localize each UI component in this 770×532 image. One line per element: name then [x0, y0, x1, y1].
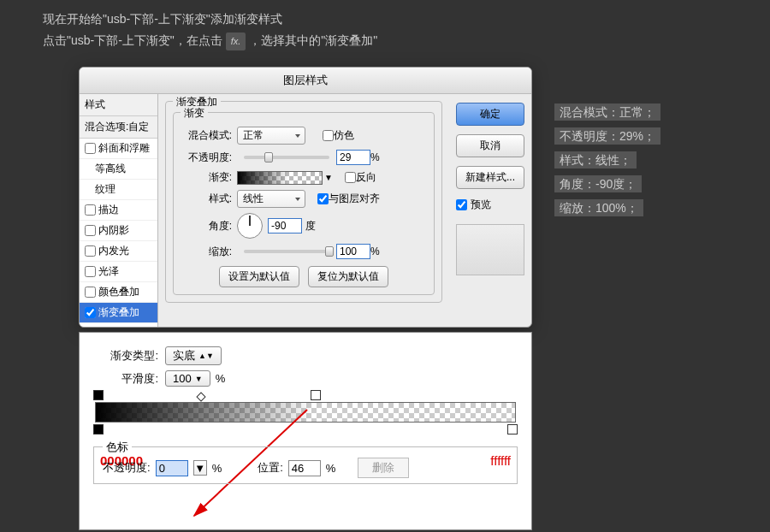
satin-checkbox[interactable]	[85, 266, 96, 277]
gradient-label: 渐变:	[181, 170, 232, 185]
style-item-innershadow[interactable]: 内阴影	[80, 221, 157, 241]
summary-style: 样式：线性；	[554, 151, 637, 168]
opacity-slider[interactable]	[244, 156, 329, 159]
preview-checkbox[interactable]	[456, 199, 467, 210]
new-style-button[interactable]: 新建样式...	[456, 166, 524, 189]
align-checkbox[interactable]	[317, 193, 329, 204]
style-item-contour[interactable]: 等高线	[80, 159, 157, 180]
inner-title: 渐变	[181, 106, 208, 121]
style-item-innerglow[interactable]: 内发光	[80, 241, 157, 262]
summary-blend: 混合模式：正常；	[554, 103, 660, 121]
scale-input[interactable]: 100	[336, 244, 370, 259]
stroke-checkbox[interactable]	[85, 204, 96, 216]
innerglow-checkbox[interactable]	[85, 245, 96, 257]
bevel-checkbox[interactable]	[85, 143, 96, 154]
gradient-track[interactable]	[95, 402, 516, 423]
gradient-type-select[interactable]: 实底▲▼	[165, 346, 222, 365]
opacity-midpoint[interactable]	[196, 392, 205, 401]
gradient-dropdown-icon[interactable]: ▼	[324, 173, 333, 182]
stops-legend: 色标	[103, 440, 132, 455]
dialog-title: 图层样式	[80, 68, 531, 94]
fx-icon: fx.	[226, 33, 246, 51]
reverse-checkbox[interactable]	[345, 172, 356, 183]
opacity-stop-right[interactable]	[311, 390, 321, 400]
dither-label: 仿色	[334, 128, 354, 143]
cancel-button[interactable]: 取消	[456, 134, 524, 157]
color-stop-left[interactable]	[93, 424, 104, 434]
preview-swatch	[456, 224, 524, 275]
style-item-texture[interactable]: 纹理	[80, 180, 157, 200]
ok-button[interactable]: 确定	[456, 103, 524, 126]
style-list: 样式 混合选项:自定 斜面和浮雕 等高线 纹理 描边 内阴影 内发光 光泽 颜色…	[80, 94, 158, 327]
stops-fieldset: 色标 不透明度: 0 ▼ % 位置: 46 % 删除	[93, 446, 518, 484]
style-item-coloroverlay[interactable]: 颜色叠加	[80, 282, 157, 303]
innershadow-checkbox[interactable]	[85, 225, 96, 236]
blend-mode-select[interactable]: 正常	[237, 127, 305, 145]
style-item-patternoverlay[interactable]: 图案叠加	[80, 323, 157, 327]
blend-options-header[interactable]: 混合选项:自定	[80, 116, 157, 139]
stop-opacity-input[interactable]: 0	[156, 460, 188, 476]
settings-summary: 混合模式：正常； 不透明度：29%； 样式：线性； 角度：-90度； 缩放：10…	[554, 100, 660, 220]
angle-input[interactable]: -90	[268, 218, 302, 233]
stop-opacity-label: 不透明度:	[103, 460, 151, 476]
smoothness-label: 平滑度:	[90, 371, 158, 387]
style-label: 样式:	[181, 192, 232, 206]
scale-slider[interactable]	[244, 250, 329, 253]
opacity-stop-left[interactable]	[93, 390, 104, 400]
style-item-stroke[interactable]: 描边	[80, 200, 157, 221]
stop-position-label: 位置:	[258, 460, 283, 476]
instruction-line-2: 点击"usb-下部-上下渐变"，在点击 fx. ，选择其中的"渐变叠加"	[43, 30, 727, 51]
layer-style-dialog: 图层样式 样式 混合选项:自定 斜面和浮雕 等高线 纹理 描边 内阴影 内发光 …	[79, 67, 532, 328]
reverse-label: 反向	[356, 170, 376, 185]
scale-label: 缩放:	[181, 245, 232, 259]
blend-mode-label: 混合模式:	[181, 128, 232, 143]
opacity-input[interactable]: 29	[336, 150, 370, 165]
angle-dial[interactable]	[237, 213, 263, 239]
summary-angle: 角度：-90度；	[554, 175, 642, 192]
style-item-gradientoverlay[interactable]: 渐变叠加	[80, 303, 157, 323]
style-select[interactable]: 线性	[237, 190, 305, 208]
stop-position-input[interactable]: 46	[288, 460, 321, 476]
angle-label: 角度:	[181, 219, 232, 233]
make-default-button[interactable]: 设置为默认值	[219, 266, 299, 287]
instructions: 现在开始给"usb-下部-上下渐变"添加渐变样式 点击"usb-下部-上下渐变"…	[0, 0, 770, 51]
gradient-track-area	[95, 402, 516, 423]
color-stop-right[interactable]	[507, 424, 518, 434]
gradientoverlay-checkbox[interactable]	[85, 307, 96, 318]
dither-checkbox[interactable]	[323, 130, 334, 141]
instruction-line-1: 现在开始给"usb-下部-上下渐变"添加渐变样式	[43, 9, 727, 30]
gradient-type-label: 渐变类型:	[90, 348, 158, 364]
gradient-preview[interactable]	[237, 171, 323, 185]
gradient-editor: 渐变类型: 实底▲▼ 平滑度: 100▼ % 000000 ffffff 色标 …	[79, 332, 532, 530]
dialog-right-panel: 确定 取消 新建样式... 预览	[449, 94, 531, 327]
align-label: 与图层对齐	[329, 192, 380, 206]
summary-scale: 缩放：100%；	[554, 199, 643, 216]
style-item-bevel[interactable]: 斜面和浮雕	[80, 139, 157, 159]
delete-stop-button[interactable]: 删除	[358, 458, 409, 478]
opacity-label: 不透明度:	[181, 151, 232, 165]
smoothness-input[interactable]: 100▼	[165, 370, 210, 387]
coloroverlay-checkbox[interactable]	[85, 287, 96, 298]
style-list-header[interactable]: 样式	[80, 94, 157, 116]
summary-opacity: 不透明度：29%；	[554, 127, 660, 145]
reset-default-button[interactable]: 复位为默认值	[308, 266, 388, 287]
style-item-satin[interactable]: 光泽	[80, 262, 157, 282]
stop-opacity-dropdown-icon[interactable]: ▼	[193, 460, 207, 476]
preview-label: 预览	[471, 198, 491, 212]
gradient-overlay-panel: 渐变叠加 渐变 混合模式: 正常 仿色 不透明度: 29 %	[158, 94, 449, 327]
